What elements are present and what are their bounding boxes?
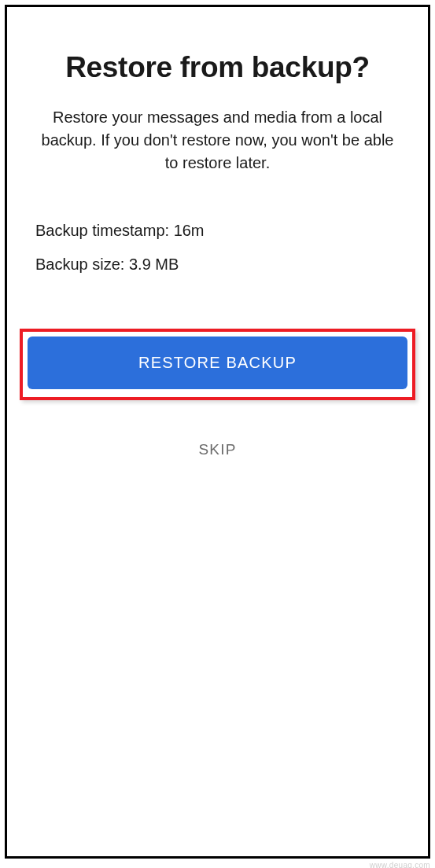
backup-size-value: 3.9 MB [129,256,179,273]
highlight-annotation: RESTORE BACKUP [20,329,415,400]
restore-backup-button[interactable]: RESTORE BACKUP [28,337,407,389]
backup-timestamp-value: 16m [174,222,205,239]
backup-timestamp-label: Backup timestamp: [35,222,174,239]
backup-info-block: Backup timestamp: 16m Backup size: 3.9 M… [35,222,400,274]
page-title: Restore from backup? [35,51,400,84]
skip-button[interactable]: SKIP [35,432,400,468]
app-frame: Restore from backup? Restore your messag… [5,5,430,859]
backup-timestamp-line: Backup timestamp: 16m [35,222,400,240]
page-description: Restore your messages and media from a l… [35,106,400,175]
content-area: Restore from backup? Restore your messag… [7,7,428,468]
backup-size-label: Backup size: [35,256,129,273]
backup-size-line: Backup size: 3.9 MB [35,256,400,274]
watermark-text: www.deuaq.com [370,861,430,868]
